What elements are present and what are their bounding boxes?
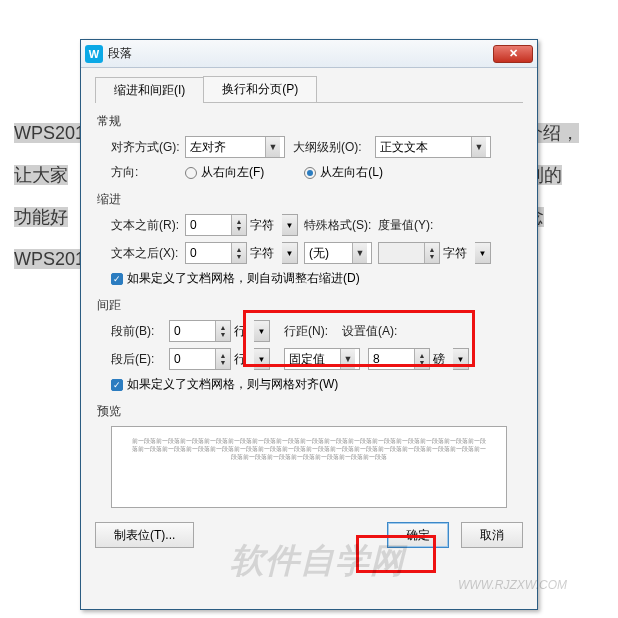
- outline-label: 大纲级别(O):: [293, 139, 375, 156]
- app-icon: W: [85, 45, 103, 63]
- special-combo[interactable]: (无)▼: [304, 242, 372, 264]
- unit-dropdown[interactable]: ▼: [254, 320, 270, 342]
- set-value-label: 设置值(A):: [342, 323, 402, 340]
- cancel-button[interactable]: 取消: [461, 522, 523, 548]
- line-unit: 行: [234, 351, 246, 368]
- unit-dropdown[interactable]: ▼: [453, 348, 469, 370]
- line-spacing-label: 行距(N):: [284, 323, 342, 340]
- unit-dropdown[interactable]: ▼: [475, 242, 491, 264]
- chevron-down-icon: ▼: [340, 349, 355, 369]
- direction-ltr-label: 从左向右(L): [320, 164, 383, 181]
- auto-indent-label: 如果定义了文档网格，则自动调整右缩进(D): [127, 270, 360, 287]
- line-unit: 行: [234, 323, 246, 340]
- ok-button[interactable]: 确定: [387, 522, 449, 548]
- char-unit: 字符: [443, 245, 467, 262]
- chevron-down-icon: ▼: [471, 137, 486, 157]
- chevron-down-icon: ▼: [352, 243, 367, 263]
- point-unit: 磅: [433, 351, 445, 368]
- tabstops-button[interactable]: 制表位(T)...: [95, 522, 194, 548]
- direction-rtl-label: 从右向左(F): [201, 164, 264, 181]
- snap-grid-checkbox[interactable]: [111, 379, 123, 391]
- align-combo[interactable]: 左对齐▼: [185, 136, 285, 158]
- unit-dropdown[interactable]: ▼: [282, 242, 298, 264]
- tab-strip: 缩进和间距(I) 换行和分页(P): [95, 76, 523, 103]
- before-text-label: 文本之前(R):: [111, 217, 185, 234]
- outline-combo[interactable]: 正文文本▼: [375, 136, 491, 158]
- tab-line-page-breaks[interactable]: 换行和分页(P): [203, 76, 317, 102]
- section-indent: 缩进: [97, 191, 523, 208]
- auto-indent-checkbox[interactable]: [111, 273, 123, 285]
- space-before-label: 段前(B):: [111, 323, 169, 340]
- close-icon[interactable]: ✕: [493, 45, 533, 63]
- tab-indent-spacing[interactable]: 缩进和间距(I): [95, 77, 204, 103]
- char-unit: 字符: [250, 245, 274, 262]
- after-text-label: 文本之后(X):: [111, 245, 185, 262]
- line-spacing-combo[interactable]: 固定值▼: [284, 348, 360, 370]
- direction-ltr-radio[interactable]: [304, 167, 316, 179]
- paragraph-dialog: W 段落 ✕ 缩进和间距(I) 换行和分页(P) 常规 对齐方式(G): 左对齐…: [80, 39, 538, 610]
- chevron-down-icon: ▼: [265, 137, 280, 157]
- unit-dropdown[interactable]: ▼: [282, 214, 298, 236]
- titlebar[interactable]: W 段落 ✕: [81, 40, 537, 68]
- direction-rtl-radio[interactable]: [185, 167, 197, 179]
- char-unit: 字符: [250, 217, 274, 234]
- space-after-spin[interactable]: 0▲▼: [169, 348, 231, 370]
- space-before-spin[interactable]: 0▲▼: [169, 320, 231, 342]
- measure-label: 度量值(Y):: [378, 217, 446, 234]
- section-preview: 预览: [97, 403, 523, 420]
- measure-spin: ▲▼: [378, 242, 440, 264]
- section-spacing: 间距: [97, 297, 523, 314]
- preview-box: 前一段落前一段落前一段落前一段落前一段落前一段落前一段落前一段落前一段落前一段落…: [111, 426, 507, 508]
- space-after-label: 段后(E):: [111, 351, 169, 368]
- section-general: 常规: [97, 113, 523, 130]
- snap-grid-label: 如果定义了文档网格，则与网格对齐(W): [127, 376, 338, 393]
- unit-dropdown[interactable]: ▼: [254, 348, 270, 370]
- before-text-spin[interactable]: 0▲▼: [185, 214, 247, 236]
- direction-label: 方向:: [111, 164, 185, 181]
- after-text-spin[interactable]: 0▲▼: [185, 242, 247, 264]
- align-label: 对齐方式(G):: [111, 139, 185, 156]
- set-value-spin[interactable]: 8▲▼: [368, 348, 430, 370]
- dialog-title: 段落: [108, 45, 493, 62]
- special-label: 特殊格式(S):: [304, 217, 378, 234]
